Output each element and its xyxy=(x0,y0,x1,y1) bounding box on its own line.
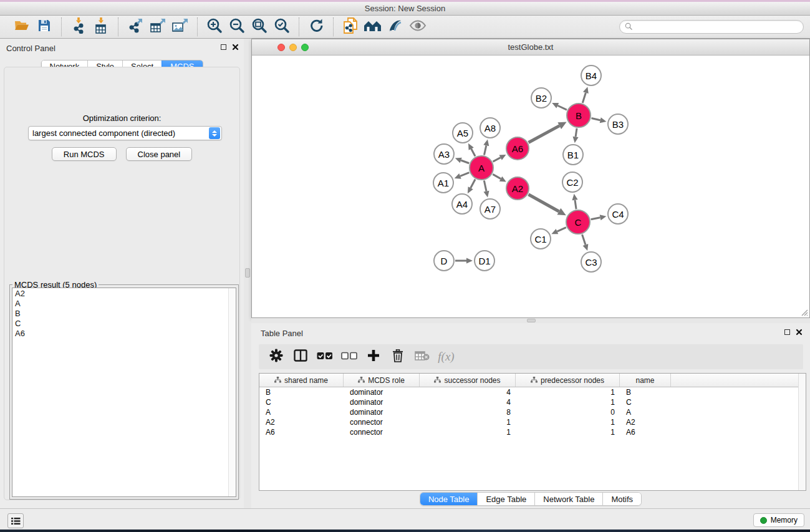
search-field[interactable] xyxy=(619,20,804,34)
column-header-MCDS-role[interactable]: MCDS role xyxy=(344,374,420,387)
edge-B-B4[interactable] xyxy=(582,93,586,103)
edge-A-A6[interactable] xyxy=(493,158,501,162)
edge-A-A5[interactable] xyxy=(471,149,475,157)
table-row[interactable]: Bdominator41B xyxy=(259,387,806,397)
mcds-result-item[interactable]: A xyxy=(12,299,228,309)
edge-A-A2[interactable] xyxy=(493,174,501,178)
new-network-from-file-button[interactable] xyxy=(339,17,362,36)
close-panel-button[interactable]: Close panel xyxy=(126,147,193,161)
graph-node-A[interactable]: A xyxy=(469,155,494,180)
run-mcds-button[interactable]: Run MCDS xyxy=(52,147,117,161)
table-row[interactable]: A6connector11A6 xyxy=(259,427,806,437)
edge-A-A3[interactable] xyxy=(461,160,469,163)
hide-eye-button[interactable] xyxy=(407,17,429,36)
memory-button[interactable]: Memory xyxy=(753,513,804,527)
import-table-button[interactable] xyxy=(90,17,112,36)
table-row[interactable]: Adominator80A xyxy=(259,407,806,417)
graph-node-C4[interactable]: C4 xyxy=(607,203,629,225)
graph-node-A3[interactable]: A3 xyxy=(433,143,455,165)
criterion-dropdown[interactable]: largest connected component (directed) xyxy=(28,126,222,140)
edge-C-C2[interactable] xyxy=(575,200,576,209)
column-header-shared-name[interactable]: shared name xyxy=(259,374,344,387)
column-header-name[interactable]: name xyxy=(620,374,671,387)
edge-A2-C[interactable] xyxy=(528,195,559,211)
graph-node-A7[interactable]: A7 xyxy=(480,198,501,220)
save-session-button[interactable] xyxy=(33,17,55,36)
edge-C-C4[interactable] xyxy=(591,218,600,220)
table-scrollbar[interactable] xyxy=(798,374,806,490)
horizontal-split-divider[interactable] xyxy=(251,318,810,323)
mcds-result-item[interactable]: A6 xyxy=(12,329,228,339)
graph-node-C1[interactable]: C1 xyxy=(530,228,551,249)
export-table-button[interactable] xyxy=(147,17,169,36)
graph-node-A4[interactable]: A4 xyxy=(451,193,473,215)
search-input[interactable] xyxy=(635,22,798,32)
edge-A-A7[interactable] xyxy=(484,181,486,191)
tab-node-table[interactable]: Node Table xyxy=(420,493,478,505)
graph-node-B3[interactable]: B3 xyxy=(607,114,629,135)
column-header-successor-nodes[interactable]: successor nodes xyxy=(420,374,516,387)
unselect-all-checkboxes-button[interactable] xyxy=(338,347,360,367)
graph-node-D[interactable]: D xyxy=(433,250,455,271)
mcds-result-item[interactable]: C xyxy=(12,319,228,329)
tab-motifs[interactable]: Motifs xyxy=(602,493,641,505)
graph-node-A1[interactable]: A1 xyxy=(433,172,454,193)
table-row[interactable]: A2connector11A2 xyxy=(259,417,806,427)
graph-node-B2[interactable]: B2 xyxy=(531,87,552,109)
graph-node-D1[interactable]: D1 xyxy=(474,250,495,271)
edge-C-C1[interactable] xyxy=(557,228,566,231)
graph-node-C3[interactable]: C3 xyxy=(581,251,602,273)
table-settings-gear-button[interactable] xyxy=(265,347,287,367)
graph-node-A2[interactable]: A2 xyxy=(506,177,529,200)
delete-column-trash-button[interactable] xyxy=(387,347,408,367)
close-panel-icon[interactable] xyxy=(796,329,803,336)
zoom-selected-button[interactable] xyxy=(271,17,293,36)
divider-handle[interactable] xyxy=(527,319,536,322)
open-session-folder-button[interactable] xyxy=(11,17,33,36)
graph-node-B1[interactable]: B1 xyxy=(562,144,584,165)
mcds-result-item[interactable]: A2 xyxy=(12,289,228,299)
resize-grip-icon[interactable] xyxy=(800,308,808,316)
import-network-button[interactable] xyxy=(67,17,90,36)
graph-node-A5[interactable]: A5 xyxy=(452,122,473,143)
graph-node-A6[interactable]: A6 xyxy=(506,137,529,160)
show-all-networks-button[interactable] xyxy=(362,17,384,36)
edge-B-B1[interactable] xyxy=(576,128,577,137)
close-panel-icon[interactable] xyxy=(232,44,239,51)
graph-node-C2[interactable]: C2 xyxy=(562,172,583,193)
mcds-result-scrollbar[interactable] xyxy=(228,288,236,496)
tab-network-table[interactable]: Network Table xyxy=(534,493,602,505)
mcds-result-item[interactable]: B xyxy=(12,309,228,319)
edge-B-B3[interactable] xyxy=(591,118,600,120)
edge-A6-B[interactable] xyxy=(529,126,560,143)
task-history-button[interactable] xyxy=(7,513,24,528)
edge-A-A1[interactable] xyxy=(460,173,469,177)
table-row[interactable]: Cdominator41C xyxy=(259,397,806,407)
edge-C-C3[interactable] xyxy=(582,235,586,244)
export-network-button[interactable] xyxy=(124,17,147,36)
network-canvas[interactable]: AA6A2BCA5A8A3A1A4A7B2B4B3B1C2C4C1C3DD1 xyxy=(252,56,809,317)
zoom-in-button[interactable] xyxy=(203,17,226,36)
network-window-titlebar[interactable]: testGlobe.txt xyxy=(252,39,809,56)
panel-split-divider[interactable] xyxy=(244,39,251,508)
select-all-checkboxes-button[interactable] xyxy=(314,347,335,367)
apply-layout-button[interactable] xyxy=(305,17,327,36)
graph-node-B4[interactable]: B4 xyxy=(581,65,602,86)
zoom-out-button[interactable] xyxy=(226,17,248,36)
zoom-fit-button[interactable] xyxy=(248,17,271,36)
show-columns-button[interactable] xyxy=(289,347,311,367)
export-image-button[interactable] xyxy=(169,17,191,36)
float-panel-icon[interactable] xyxy=(221,44,226,50)
graph-node-C[interactable]: C xyxy=(566,210,591,235)
float-panel-icon[interactable] xyxy=(784,329,790,335)
graph-node-A8[interactable]: A8 xyxy=(480,117,501,138)
divider-handle[interactable] xyxy=(245,268,250,278)
graph-node-B[interactable]: B xyxy=(566,103,591,128)
edge-B-B2[interactable] xyxy=(557,105,567,110)
mcds-result-list[interactable]: A2ABCA6 xyxy=(12,288,236,497)
edge-A-A8[interactable] xyxy=(484,145,486,155)
edge-A-A4[interactable] xyxy=(471,180,475,188)
column-header-predecessor-nodes[interactable]: predecessor nodes xyxy=(516,374,620,387)
annotation-pen-button[interactable] xyxy=(384,17,407,36)
tab-edge-table[interactable]: Edge Table xyxy=(477,493,534,505)
